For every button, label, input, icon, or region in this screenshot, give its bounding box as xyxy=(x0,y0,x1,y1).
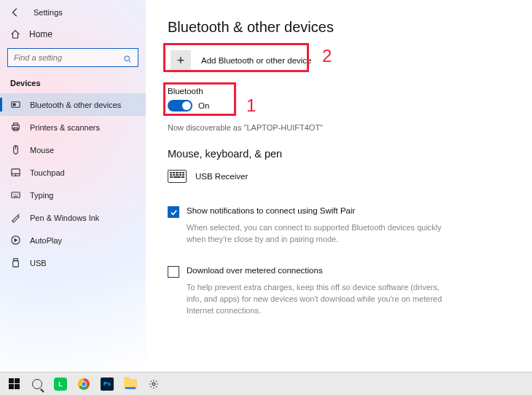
page-title: Bluetooth & other devices xyxy=(168,19,510,36)
taskbar-chrome[interactable] xyxy=(73,374,95,394)
metered-desc: To help prevent extra charges, keep this… xyxy=(187,282,449,317)
taskbar-line[interactable]: L xyxy=(50,374,71,394)
device-label: USB Receiver xyxy=(195,172,248,181)
annotation-2: 2 xyxy=(322,46,332,66)
taskbar: L Ps xyxy=(0,372,532,395)
window-title: Settings xyxy=(34,8,63,17)
bluetooth-icon xyxy=(10,99,21,110)
pen-icon xyxy=(10,212,21,223)
sidebar: Settings Home Devices Bluetooth & ot xyxy=(0,0,146,372)
windows-icon xyxy=(9,378,20,389)
home-label: Home xyxy=(29,29,52,39)
back-button[interactable] xyxy=(10,7,20,17)
sidebar-item-label: Printers & scanners xyxy=(30,123,100,132)
search-icon xyxy=(123,53,132,62)
home-nav[interactable]: Home xyxy=(0,25,146,47)
section-mouse-keyboard: Mouse, keyboard, & pen xyxy=(168,148,510,160)
keyboard-device-icon xyxy=(168,170,187,183)
touchpad-icon xyxy=(10,167,21,178)
swift-pair-label: Show notifications to connect using Swif… xyxy=(187,206,355,215)
sidebar-item-label: AutoPlay xyxy=(30,236,62,245)
taskbar-photoshop[interactable]: Ps xyxy=(96,374,118,394)
sidebar-item-pen[interactable]: Pen & Windows Ink xyxy=(0,206,146,229)
taskbar-settings[interactable] xyxy=(143,374,165,394)
sidebar-item-usb[interactable]: USB xyxy=(0,251,146,274)
folder-icon xyxy=(124,379,137,389)
main-panel: Bluetooth & other devices 2 + Add Blueto… xyxy=(146,0,532,372)
search-box[interactable] xyxy=(7,48,138,67)
sidebar-item-label: Typing xyxy=(30,191,53,200)
sidebar-item-label: Bluetooth & other devices xyxy=(30,101,121,109)
start-button[interactable] xyxy=(3,374,25,394)
usb-icon xyxy=(10,257,21,268)
svg-point-13 xyxy=(15,194,16,195)
swift-pair-desc: When selected, you can connect to suppor… xyxy=(187,222,449,246)
printer-icon xyxy=(10,122,21,133)
gear-icon xyxy=(149,379,159,389)
taskbar-search[interactable] xyxy=(26,374,48,394)
sidebar-item-touchpad[interactable]: Touchpad xyxy=(0,161,146,184)
taskbar-explorer[interactable] xyxy=(120,374,141,394)
swift-pair-checkbox[interactable] xyxy=(168,206,179,218)
sidebar-item-typing[interactable]: Typing xyxy=(0,184,146,206)
svg-rect-4 xyxy=(14,123,18,125)
svg-point-0 xyxy=(125,56,130,61)
sidebar-section-title: Devices xyxy=(0,76,146,93)
svg-point-19 xyxy=(152,383,155,386)
sidebar-item-bluetooth[interactable]: Bluetooth & other devices xyxy=(0,93,146,116)
chrome-icon xyxy=(78,378,90,390)
annotation-1: 1 xyxy=(246,95,256,116)
sidebar-item-label: Touchpad xyxy=(30,168,65,177)
sidebar-item-mouse[interactable]: Mouse xyxy=(0,138,146,161)
svg-point-14 xyxy=(17,194,18,195)
bluetooth-toggle-state: On xyxy=(198,101,209,110)
svg-point-12 xyxy=(13,194,14,195)
add-device-label: Add Bluetooth or other device xyxy=(201,56,312,65)
sidebar-item-label: USB xyxy=(30,259,47,267)
device-row-usb-receiver[interactable]: USB Receiver xyxy=(168,167,510,186)
mouse-icon xyxy=(10,144,21,155)
search-icon xyxy=(32,379,42,389)
autoplay-icon xyxy=(10,235,21,246)
bluetooth-toggle[interactable] xyxy=(168,100,192,112)
plus-icon: + xyxy=(171,50,191,71)
metered-label: Download over metered connections xyxy=(187,266,323,275)
svg-rect-2 xyxy=(13,103,16,106)
sidebar-item-printers[interactable]: Printers & scanners xyxy=(0,116,146,138)
bluetooth-label: Bluetooth xyxy=(168,87,510,95)
discoverable-text: Now discoverable as "LAPTOP-HUIFT4OT" xyxy=(168,123,510,132)
sidebar-item-label: Pen & Windows Ink xyxy=(30,214,99,222)
add-device-button[interactable]: + Add Bluetooth or other device xyxy=(168,47,321,74)
metered-checkbox[interactable] xyxy=(168,266,179,278)
svg-rect-11 xyxy=(12,192,20,198)
sidebar-item-autoplay[interactable]: AutoPlay xyxy=(0,229,146,251)
svg-rect-18 xyxy=(13,261,19,267)
search-input[interactable] xyxy=(14,53,123,62)
keyboard-icon xyxy=(10,189,21,200)
photoshop-icon: Ps xyxy=(101,378,114,391)
home-icon xyxy=(10,29,20,39)
line-icon: L xyxy=(54,378,67,391)
sidebar-item-label: Mouse xyxy=(30,146,54,155)
